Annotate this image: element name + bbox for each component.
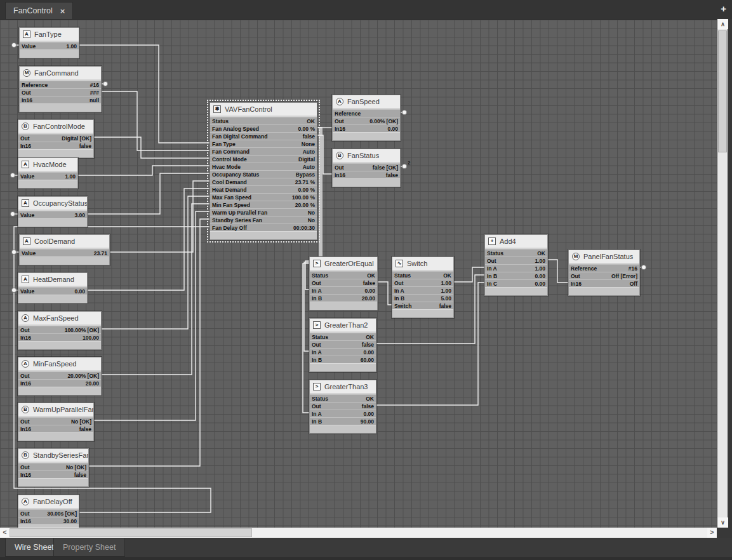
block-row-reference[interactable]: Reference#16 xyxy=(20,81,101,88)
block-header[interactable]: AMinFanSpeed xyxy=(18,357,101,370)
horizontal-scrollbar[interactable]: < > xyxy=(0,528,717,538)
wire-link-17[interactable] xyxy=(378,282,392,305)
block-header[interactable]: AFanDelayOff xyxy=(18,495,79,508)
block-row-heat-demand[interactable]: Heat Demand0.00 % xyxy=(210,185,317,193)
block-header[interactable]: BStandbySeriesFan xyxy=(18,449,88,462)
block-header[interactable]: MFanCommand xyxy=(20,67,101,79)
block-header[interactable]: BFanStatus xyxy=(333,149,400,162)
block-warmupparallelfan[interactable]: BWarmUpParallelFanOutNo [OK]In16false xyxy=(18,403,94,441)
block-row-in-a[interactable]: In A1.00 xyxy=(392,286,453,294)
block-row-in-a[interactable]: In A1.00 xyxy=(485,264,547,272)
block-minfanspeed[interactable]: AMinFanSpeedOut20.00% [OK]In1620.00 xyxy=(18,357,102,396)
block-row-in16[interactable]: In1630.00 xyxy=(18,517,79,524)
block-header[interactable]: ∿Switch xyxy=(392,257,453,270)
block-row-in16[interactable]: In1620.00 xyxy=(18,379,101,387)
block-row-out[interactable]: Outfalse xyxy=(310,402,376,410)
block-standbyseriesfan[interactable]: BStandbySeriesFanOutNo [OK]In16false xyxy=(18,448,89,487)
block-row-max-fan-speed[interactable]: Max Fan Speed100.00 % xyxy=(210,193,317,201)
block-switch[interactable]: ∿SwitchStatusOKOut1.00In A1.00In B5.00Sw… xyxy=(392,257,454,318)
connection-port-6[interactable] xyxy=(402,110,406,114)
block-header[interactable]: >GreaterThan2 xyxy=(310,319,376,331)
block-row-fan-digital-command[interactable]: Fan Digital Commandfalse xyxy=(210,132,317,140)
close-icon[interactable]: × xyxy=(60,6,65,16)
block-row-status[interactable]: StatusOK xyxy=(210,117,317,124)
block-row-status[interactable]: StatusOK xyxy=(310,394,376,402)
wire-link-21[interactable] xyxy=(548,260,568,283)
block-row-fan-command[interactable]: Fan CommandAuto xyxy=(210,147,317,155)
block-header[interactable]: AFanType xyxy=(20,28,79,41)
block-row-out[interactable]: OutNo [OK] xyxy=(18,463,88,470)
block-row-in16[interactable]: In16100.00 xyxy=(18,333,101,341)
block-row-out[interactable]: Out30.00s [OK] xyxy=(18,509,79,517)
block-row-in-a[interactable]: In A0.00 xyxy=(310,410,376,417)
block-maxfanspeed[interactable]: AMaxFanSpeedOut100.00% [OK]In16100.00 xyxy=(18,311,102,350)
block-row-in-a[interactable]: In A0.00 xyxy=(310,348,376,356)
block-row-out[interactable]: Outfalse xyxy=(310,340,376,348)
block-header[interactable]: AOccupancyStatus xyxy=(18,197,87,210)
block-row-out[interactable]: Out### xyxy=(20,88,101,96)
block-row-fan-type[interactable]: Fan TypeNone xyxy=(210,140,317,147)
block-row-out[interactable]: OutNo [OK] xyxy=(18,417,93,425)
block-fancommand[interactable]: MFanCommandReference#16Out###In16null xyxy=(19,66,102,112)
block-row-value[interactable]: Value1.00 xyxy=(20,42,79,50)
block-vavfancontrol[interactable]: ✱VAVFanControlStatusOKFan Analog Speed0.… xyxy=(210,102,317,240)
block-occupancystatus[interactable]: AOccupancyStatusValue3.00 xyxy=(18,196,88,227)
block-heatdemand[interactable]: AHeatDemandValue0.00 xyxy=(18,272,88,303)
block-header[interactable]: >GreaterThan3 xyxy=(310,380,376,393)
block-row-in-b[interactable]: In B20.00 xyxy=(310,294,377,302)
block-row-in16[interactable]: In16false xyxy=(18,142,93,149)
block-fanstatus[interactable]: BFanStatusOutfalse [OK]In16false xyxy=(332,149,401,187)
block-row-value[interactable]: Value0.00 xyxy=(18,287,87,295)
block-row-status[interactable]: StatusOK xyxy=(310,271,377,279)
tab-fancontrol[interactable]: FanControl × xyxy=(5,2,73,19)
block-row-fan-delay-off[interactable]: Fan Delay Off00:00:30 xyxy=(210,223,317,231)
block-row-out[interactable]: Out20.00% [OK] xyxy=(18,371,101,379)
block-row-in16[interactable]: In16false xyxy=(18,425,93,432)
scroll-down-icon[interactable]: ∨ xyxy=(717,517,728,528)
block-row-out[interactable]: Outfalse xyxy=(310,279,377,286)
block-row-in16[interactable]: In16false xyxy=(18,470,88,478)
scroll-right-icon[interactable]: > xyxy=(707,528,717,538)
block-row-warm-up-parallel-fan[interactable]: Warm Up Parallel FanNo xyxy=(210,208,317,216)
block-row-in16[interactable]: In16Off xyxy=(569,279,639,287)
block-row-in-b[interactable]: In B60.00 xyxy=(310,356,376,363)
block-row-in-b[interactable]: In B5.00 xyxy=(392,294,453,302)
block-row-in-b[interactable]: In B0.00 xyxy=(485,272,547,279)
block-row-in-a[interactable]: In A0.00 xyxy=(310,286,377,294)
block-row-out[interactable]: Out1.00 xyxy=(392,279,453,286)
block-row-in-c[interactable]: In C0.00 xyxy=(485,279,547,287)
block-row-occupancy-status[interactable]: Occupancy StatusBypass xyxy=(210,170,317,178)
block-row-value[interactable]: Value3.00 xyxy=(18,211,87,218)
block-row-out[interactable]: OutOff [Error] xyxy=(569,272,639,279)
block-panelfanstatus[interactable]: MPanelFanStatusReference#16OutOff [Error… xyxy=(568,250,640,296)
block-header[interactable]: >GreaterOrEqual xyxy=(310,257,377,270)
wire-link-1[interactable] xyxy=(102,91,210,150)
block-header[interactable]: ✱VAVFanControl xyxy=(210,103,317,116)
block-header[interactable]: +Add4 xyxy=(485,235,547,248)
block-row-fan-analog-speed[interactable]: Fan Analog Speed0.00 % xyxy=(210,124,317,132)
block-row-status[interactable]: StatusOK xyxy=(310,333,376,340)
block-greaterorequal[interactable]: >GreaterOrEqualStatusOKOutfalseIn A0.00I… xyxy=(309,257,378,310)
block-fantype[interactable]: AFanTypeValue1.00 xyxy=(19,27,79,58)
connection-port-3[interactable] xyxy=(10,211,15,216)
block-header[interactable]: MPanelFanStatus xyxy=(569,250,639,263)
vertical-scrollbar[interactable]: ∧ ∨ xyxy=(717,19,728,528)
block-row-reference[interactable]: Reference#16 xyxy=(569,264,639,272)
wire-link-4[interactable] xyxy=(88,173,210,214)
block-row-status[interactable]: StatusOK xyxy=(485,249,547,257)
block-row-cool-demand[interactable]: Cool Demand23.71 % xyxy=(210,178,317,185)
tab-property-sheet[interactable]: Property Sheet xyxy=(53,538,125,557)
block-row-min-fan-speed[interactable]: Min Fan Speed20.00 % xyxy=(210,201,317,208)
block-row-in-b[interactable]: In B90.00 xyxy=(310,417,376,425)
block-hvacmode[interactable]: AHvacModeValue1.00 xyxy=(18,157,78,189)
block-header[interactable]: AHeatDemand xyxy=(18,273,87,286)
block-greaterthan3[interactable]: >GreaterThan3StatusOKOutfalseIn A0.00In … xyxy=(309,380,376,434)
block-row-out[interactable]: OutDigital [OK] xyxy=(18,134,93,142)
block-header[interactable]: BWarmUpParallelFan xyxy=(18,403,93,416)
wire-sheet-canvas[interactable]: 2AFanTypeValue1.00MFanCommandReference#1… xyxy=(0,19,717,528)
scroll-up-icon[interactable]: ∧ xyxy=(717,19,728,29)
block-row-status[interactable]: StatusOK xyxy=(392,271,453,279)
block-row-out[interactable]: Out1.00 xyxy=(485,257,547,264)
block-row-standby-series-fan[interactable]: Standby Series FanNo xyxy=(210,216,317,223)
block-row-value[interactable]: Value1.00 xyxy=(18,172,77,180)
